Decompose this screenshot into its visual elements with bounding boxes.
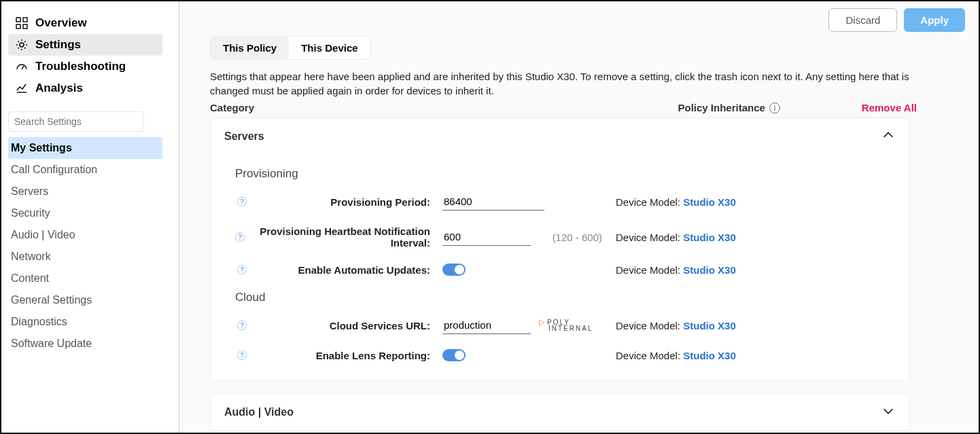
label-auto-updates: Enable Automatic Updates: xyxy=(252,264,442,276)
nav-troubleshooting-label: Troubleshooting xyxy=(35,60,126,73)
help-icon[interactable]: ? xyxy=(235,232,245,242)
subnav-label: General Settings xyxy=(11,294,92,306)
model-info: Device Model: Studio X30 xyxy=(616,196,736,208)
nav-settings-label: Settings xyxy=(35,38,81,52)
chevron-down-icon xyxy=(881,403,896,421)
model-prefix: Device Model: xyxy=(616,264,683,276)
chevron-up-icon xyxy=(881,128,896,145)
settings-description: Settings that appear here have been appl… xyxy=(210,69,917,98)
nav-analysis-label: Analysis xyxy=(35,82,83,95)
toggle-auto-updates[interactable] xyxy=(442,264,466,276)
label-provisioning-period: Provisioning Period: xyxy=(252,196,442,208)
label-lens-reporting: Enable Lens Reporting: xyxy=(252,350,442,361)
help-icon[interactable]: ? xyxy=(237,350,247,360)
row-lens-reporting: ? Enable Lens Reporting: Device Model: S… xyxy=(235,349,896,361)
subnav-general-settings[interactable]: General Settings xyxy=(8,289,162,311)
help-icon[interactable]: ? xyxy=(237,265,247,274)
model-prefix: Device Model: xyxy=(616,350,683,361)
subnav-label: Content xyxy=(11,272,49,284)
label-heartbeat-interval: Provisioning Heartbeat Notification Inte… xyxy=(250,225,442,249)
header-category: Category xyxy=(210,102,254,113)
search-settings-input[interactable] xyxy=(8,111,144,132)
scope-tabs: This Policy This Device xyxy=(210,36,371,60)
grid-icon xyxy=(15,16,29,30)
row-heartbeat-interval: ? Provisioning Heartbeat Notification In… xyxy=(235,225,896,249)
input-cloud-url[interactable] xyxy=(442,317,531,334)
subnav-label: Audio | Video xyxy=(11,229,75,240)
discard-button[interactable]: Discard xyxy=(828,8,897,32)
gauge-icon xyxy=(15,60,29,73)
model-link[interactable]: Studio X30 xyxy=(683,264,736,276)
model-info: Device Model: Studio X30 xyxy=(616,350,736,361)
model-info: Device Model: Studio X30 xyxy=(616,264,736,276)
subsection-cloud-title: Cloud xyxy=(235,291,896,304)
remove-all-link[interactable]: Remove All xyxy=(862,102,917,113)
svg-rect-0 xyxy=(16,18,20,22)
row-auto-updates: ? Enable Automatic Updates: Device Model… xyxy=(235,264,896,276)
subnav-content[interactable]: Content xyxy=(8,268,162,289)
panel-servers-header[interactable]: Servers xyxy=(211,118,909,155)
subnav-label: Call Configuration xyxy=(11,164,97,175)
panel-audio-video-header[interactable]: Audio | Video xyxy=(211,394,909,431)
toggle-lens-reporting[interactable] xyxy=(442,349,466,361)
subsection-provisioning-title: Provisioning xyxy=(235,167,896,181)
poly-internal-badge: ▷POLY INTERNAL xyxy=(539,319,593,332)
nav-overview[interactable]: Overview xyxy=(8,12,162,34)
subnav-call-configuration[interactable]: Call Configuration xyxy=(8,159,162,181)
subnav-servers[interactable]: Servers xyxy=(8,181,162,202)
row-provisioning-period: ? Provisioning Period: Device Model: Stu… xyxy=(235,193,896,211)
input-provisioning-period[interactable] xyxy=(442,193,544,211)
main-content: Discard Apply This Policy This Device Se… xyxy=(179,1,979,433)
model-link[interactable]: Studio X30 xyxy=(683,232,736,243)
svg-rect-3 xyxy=(23,24,27,29)
input-heartbeat-interval[interactable] xyxy=(442,228,531,246)
subnav-security[interactable]: Security xyxy=(8,202,162,224)
panel-audio-video: Audio | Video xyxy=(210,393,910,431)
model-prefix: Device Model: xyxy=(616,196,683,208)
nav-analysis[interactable]: Analysis xyxy=(8,77,162,99)
help-icon[interactable]: ? xyxy=(237,321,247,330)
action-bar: Discard Apply xyxy=(179,1,979,36)
model-link[interactable]: Studio X30 xyxy=(683,196,736,208)
model-prefix: Device Model: xyxy=(616,232,683,243)
subnav-label: My Settings xyxy=(11,142,72,153)
heartbeat-hint: (120 - 600) xyxy=(553,232,602,243)
subnav-audio-video[interactable]: Audio | Video xyxy=(8,224,162,246)
model-info: Device Model: Studio X30 xyxy=(616,232,736,243)
svg-line-5 xyxy=(22,66,24,69)
svg-rect-2 xyxy=(16,24,20,29)
row-cloud-url: ? Cloud Services URL: ▷POLY INTERNAL Dev… xyxy=(235,317,896,334)
chart-line-icon xyxy=(15,82,29,95)
subnav-label: Security xyxy=(11,207,50,219)
panel-servers: Servers Provisioning ? Provisioning Peri… xyxy=(210,117,910,381)
subnav-label: Network xyxy=(11,251,51,262)
header-policy-inheritance: Policy Inheritance xyxy=(678,102,765,113)
subnav-my-settings[interactable]: My Settings xyxy=(8,137,162,159)
subnav-label: Diagnostics xyxy=(11,316,67,327)
sidebar-primary-nav: Overview Settings Troubleshooting Analys… xyxy=(8,12,162,99)
help-icon[interactable]: ? xyxy=(237,197,247,206)
tab-this-device[interactable]: This Device xyxy=(289,37,370,59)
model-link[interactable]: Studio X30 xyxy=(683,350,736,361)
info-icon[interactable]: i xyxy=(769,103,780,113)
sidebar-sub-nav: My Settings Call Configuration Servers S… xyxy=(8,137,162,355)
table-header-row: Category Policy Inheritance i Remove All xyxy=(210,102,917,113)
nav-settings[interactable]: Settings xyxy=(8,34,162,56)
subnav-diagnostics[interactable]: Diagnostics xyxy=(8,311,162,333)
panel-servers-title: Servers xyxy=(224,130,264,143)
nav-troubleshooting[interactable]: Troubleshooting xyxy=(8,56,162,77)
sidebar: Overview Settings Troubleshooting Analys… xyxy=(1,1,179,433)
model-prefix: Device Model: xyxy=(616,320,683,331)
apply-button[interactable]: Apply xyxy=(904,8,965,32)
tab-this-policy[interactable]: This Policy xyxy=(211,37,289,59)
subnav-network[interactable]: Network xyxy=(8,246,162,268)
model-info: Device Model: Studio X30 xyxy=(616,320,736,331)
subnav-software-update[interactable]: Software Update xyxy=(8,333,162,355)
gear-icon xyxy=(15,38,29,52)
poly-text-bottom: INTERNAL xyxy=(548,325,593,331)
model-link[interactable]: Studio X30 xyxy=(683,320,736,331)
triangle-icon: ▷ xyxy=(539,319,544,326)
nav-overview-label: Overview xyxy=(35,16,87,30)
subnav-label: Servers xyxy=(11,185,48,197)
svg-rect-1 xyxy=(23,18,27,22)
